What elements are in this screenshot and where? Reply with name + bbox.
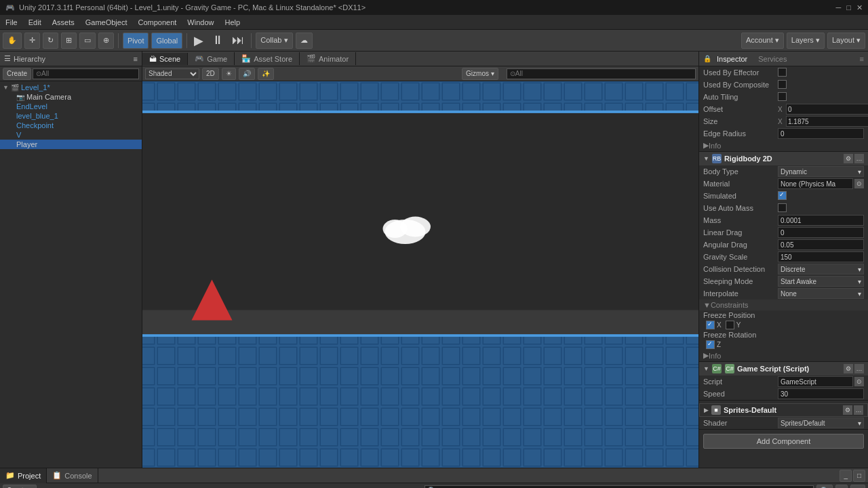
used-by-composite-checkbox[interactable] bbox=[778, 80, 787, 89]
sprites-overflow-btn[interactable]: … bbox=[854, 405, 863, 415]
rigidbody2d-settings-btn[interactable]: ⚙ bbox=[844, 154, 853, 163]
freeze-pos-x-checkbox[interactable] bbox=[706, 321, 715, 329]
rigidbody2d-header[interactable]: ▼ RB Rigidbody 2D ⚙ … bbox=[699, 152, 868, 165]
bottom-collapse-btn[interactable]: _ bbox=[840, 470, 852, 482]
sleeping-mode-dropdown[interactable]: Start Awake ▾ bbox=[778, 276, 864, 287]
pause-btn[interactable]: ⏸ bbox=[209, 33, 226, 47]
menu-file[interactable]: File bbox=[0, 17, 23, 28]
game-script-header[interactable]: ▼ C# C# Game Script (Script) ⚙ … bbox=[699, 362, 868, 375]
mass-input[interactable]: 0.0001 bbox=[778, 215, 864, 226]
bottom-expand-btn[interactable]: □ bbox=[853, 470, 865, 482]
gizmos-btn[interactable]: Gizmos ▾ bbox=[462, 68, 498, 80]
inspector-menu-btn[interactable]: ≡ bbox=[860, 55, 864, 63]
rect-tool-btn[interactable]: ▭ bbox=[79, 33, 96, 49]
project-options-btn[interactable]: ⋮ bbox=[850, 485, 865, 489]
tab-asset-store[interactable]: 🏪 Asset Store bbox=[235, 52, 300, 65]
rigidbody2d-overflow-btn[interactable]: … bbox=[854, 154, 864, 163]
use-auto-mass-checkbox[interactable] bbox=[778, 203, 787, 212]
effects-btn[interactable]: ✨ bbox=[258, 68, 274, 80]
move-tool-btn[interactable]: ✛ bbox=[24, 33, 40, 49]
material-select-btn[interactable]: ⊙ bbox=[854, 179, 864, 188]
offset-x-input[interactable]: 0 bbox=[786, 104, 868, 115]
game-script-overflow-btn[interactable]: … bbox=[854, 364, 864, 373]
interpolate-dropdown[interactable]: None ▾ bbox=[778, 288, 864, 299]
used-by-effector-checkbox[interactable] bbox=[778, 68, 787, 77]
add-component-btn[interactable]: Add Component bbox=[703, 434, 864, 449]
layout-btn[interactable]: Layout ▾ bbox=[827, 33, 865, 49]
constraints-toggle[interactable]: ▼ Constraints bbox=[699, 300, 868, 310]
script-select-btn[interactable]: ⊙ bbox=[854, 377, 864, 386]
menu-edit[interactable]: Edit bbox=[23, 17, 47, 28]
hier-item-player[interactable]: Player bbox=[0, 140, 142, 149]
game-script-settings-btn[interactable]: ⚙ bbox=[844, 364, 853, 373]
body-type-dropdown[interactable]: Dynamic ▾ bbox=[778, 166, 864, 177]
hierarchy-search[interactable] bbox=[33, 68, 139, 79]
sprites-settings-btn[interactable]: ⚙ bbox=[843, 405, 852, 415]
hierarchy-menu-btn[interactable]: ≡ bbox=[134, 55, 138, 63]
rigidbody-info-toggle[interactable]: ▶ Info bbox=[699, 350, 868, 361]
menu-window[interactable]: Window bbox=[182, 17, 219, 28]
tab-animator[interactable]: 🎬 Animator bbox=[300, 52, 356, 65]
collision-detection-dropdown[interactable]: Discrete ▾ bbox=[778, 264, 864, 274]
material-input[interactable]: None (Physics Ma bbox=[778, 178, 853, 189]
tilemap-info-toggle[interactable]: ▶ Info bbox=[699, 140, 868, 151]
gravity-scale-input[interactable]: 150 bbox=[778, 251, 864, 262]
sprites-default-header[interactable]: ▶ ■ Sprites-Default ⚙ … bbox=[699, 403, 868, 417]
shaded-select[interactable]: Shaded bbox=[145, 68, 199, 79]
size-x-input[interactable]: 1.1875 bbox=[786, 116, 868, 127]
minimize-btn[interactable]: ─ bbox=[836, 3, 842, 12]
freeze-rot-z-checkbox[interactable] bbox=[706, 340, 715, 349]
angular-drag-input[interactable]: 0.05 bbox=[778, 239, 864, 250]
inspector-scroll[interactable]: Used By Effector Used By Composite Auto … bbox=[699, 66, 868, 468]
scene-view[interactable] bbox=[142, 81, 698, 468]
play-btn[interactable]: ▶ bbox=[191, 33, 206, 48]
freeze-pos-y-checkbox[interactable] bbox=[726, 321, 734, 329]
hier-item-endlevel[interactable]: EndLevel bbox=[0, 102, 142, 111]
menu-help[interactable]: Help bbox=[219, 17, 245, 28]
layers-btn[interactable]: Layers ▾ bbox=[787, 33, 825, 49]
hier-item-v[interactable]: V bbox=[0, 130, 142, 140]
scene-search[interactable] bbox=[507, 68, 696, 79]
project-search-btn[interactable]: 🔍 bbox=[816, 485, 833, 489]
project-filter-btn[interactable]: ≡ bbox=[835, 485, 848, 489]
pivot-btn[interactable]: Pivot bbox=[123, 33, 149, 49]
scale-tool-btn[interactable]: ⊞ bbox=[61, 33, 77, 49]
linear-drag-input[interactable]: 0 bbox=[778, 227, 864, 238]
auto-tiling-row: Auto Tiling bbox=[699, 91, 868, 103]
hier-item-levelblue1[interactable]: level_blue_1 bbox=[0, 111, 142, 121]
hier-item-maincamera[interactable]: 📷 Main Camera bbox=[0, 92, 142, 102]
shader-dropdown[interactable]: Sprites/Default ▾ bbox=[778, 418, 864, 428]
simulated-checkbox[interactable] bbox=[778, 191, 787, 200]
edge-radius-input[interactable]: 0 bbox=[778, 128, 864, 139]
transform-tool-btn[interactable]: ⊕ bbox=[98, 33, 114, 49]
lighting-btn[interactable]: ☀ bbox=[222, 68, 236, 80]
menu-gameobject[interactable]: GameObject bbox=[80, 17, 133, 28]
tab-game[interactable]: 🎮 Game bbox=[188, 52, 235, 65]
hand-tool-btn[interactable]: ✋ bbox=[3, 33, 22, 49]
rotate-tool-btn[interactable]: ↻ bbox=[43, 33, 58, 49]
tab-console[interactable]: 📋 Console bbox=[47, 468, 98, 483]
services-tab[interactable]: Services bbox=[758, 55, 787, 63]
close-btn[interactable]: ✕ bbox=[856, 3, 863, 12]
audio-btn[interactable]: 🔊 bbox=[239, 68, 255, 80]
step-btn[interactable]: ⏭ bbox=[229, 33, 247, 47]
hier-item-level1[interactable]: ▼ 🎬 Level_1* bbox=[0, 83, 142, 92]
account-btn[interactable]: Account ▾ bbox=[741, 33, 784, 49]
inspector-tab[interactable]: Inspector bbox=[717, 55, 747, 63]
script-input[interactable]: GameScript bbox=[778, 376, 853, 387]
hierarchy-create-btn[interactable]: Create bbox=[3, 68, 31, 80]
speed-input[interactable]: 30 bbox=[778, 388, 864, 399]
2d-btn[interactable]: 2D bbox=[202, 68, 219, 80]
cloud-btn[interactable]: ☁ bbox=[296, 33, 313, 49]
menu-assets[interactable]: Assets bbox=[47, 17, 80, 28]
project-search[interactable] bbox=[425, 485, 814, 489]
hier-item-checkpoint[interactable]: Checkpoint bbox=[0, 121, 142, 130]
collab-btn[interactable]: Collab ▾ bbox=[256, 33, 292, 49]
global-btn[interactable]: Global bbox=[151, 33, 182, 49]
tab-project[interactable]: 📁 Project bbox=[0, 468, 47, 483]
auto-tiling-checkbox[interactable] bbox=[778, 92, 787, 101]
project-create-btn[interactable]: Create ▾ bbox=[3, 485, 37, 489]
menu-component[interactable]: Component bbox=[132, 17, 182, 28]
maximize-btn[interactable]: □ bbox=[846, 3, 851, 12]
tab-scene[interactable]: 🏔 Scene bbox=[142, 53, 188, 65]
